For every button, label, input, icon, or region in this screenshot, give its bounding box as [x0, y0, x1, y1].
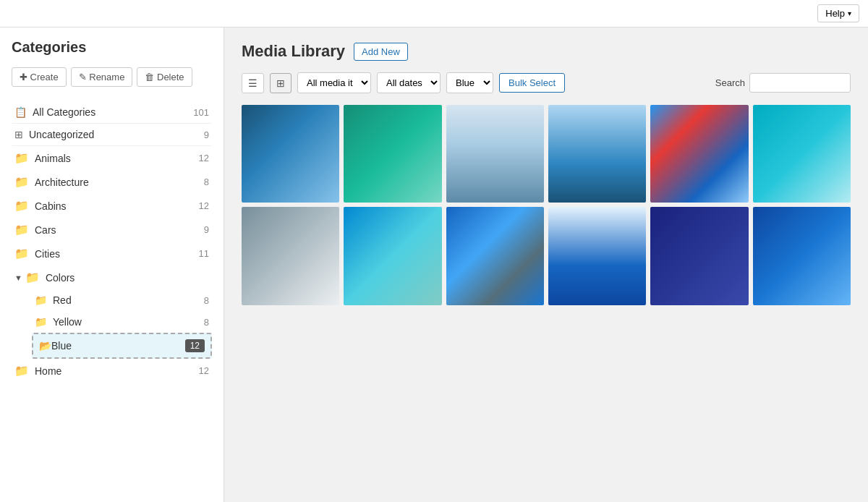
search-label: Search — [715, 77, 745, 88]
category-count: 9 — [204, 129, 209, 140]
help-button[interactable]: Help ▾ — [817, 4, 859, 22]
media-item[interactable] — [242, 207, 339, 305]
grid-icon: ⊞ — [14, 129, 23, 140]
sidebar-item-red[interactable]: 📁 Red 8 — [32, 289, 212, 311]
grid-view-button[interactable]: ⊞ — [270, 73, 292, 93]
create-button[interactable]: ✚ Create — [12, 67, 67, 87]
sidebar-item-blue[interactable]: 📂 Blue 12 — [32, 333, 212, 359]
content-area: Media Library Add New ☰ ⊞ All media it A… — [224, 27, 868, 502]
sidebar-item-cars[interactable]: 📁 Cars 9 — [12, 218, 212, 242]
category-count: 8 — [204, 317, 209, 328]
category-label: Blue — [51, 340, 185, 352]
add-new-button[interactable]: Add New — [354, 43, 408, 61]
media-item[interactable] — [650, 207, 748, 305]
folder-icon: 📁 — [14, 175, 29, 189]
category-label: All Categories — [33, 106, 193, 118]
folder-open-icon: 📂 — [39, 340, 51, 352]
folder-icon: 📁 — [35, 316, 47, 328]
list-view-button[interactable]: ☰ — [242, 73, 264, 93]
search-input[interactable] — [749, 73, 851, 93]
sidebar-item-animals[interactable]: 📁 Animals 12 — [12, 146, 212, 170]
media-item[interactable] — [242, 105, 339, 203]
category-label: Architecture — [35, 176, 204, 188]
folder-icon: 📁 — [14, 223, 29, 237]
folder-icon: 📁 — [14, 247, 29, 260]
sidebar: Categories ✚ Create ✎ Rename 🗑 Delete 📋 … — [0, 27, 224, 502]
media-item[interactable] — [446, 207, 544, 305]
media-grid — [242, 105, 851, 305]
sidebar-item-architecture[interactable]: 📁 Architecture 8 — [12, 170, 212, 194]
help-label: Help — [825, 8, 845, 19]
category-count: 12 — [199, 365, 209, 376]
category-count: 8 — [204, 295, 209, 306]
category-label: Cars — [35, 224, 204, 236]
media-item[interactable] — [344, 207, 441, 305]
media-item[interactable] — [548, 105, 646, 203]
colors-sub-items: 📁 Red 8 📁 Yellow 8 📂 Blue 12 — [12, 289, 212, 359]
media-item[interactable] — [753, 105, 851, 203]
sidebar-item-yellow[interactable]: 📁 Yellow 8 — [32, 311, 212, 333]
category-label: Uncategorized — [29, 129, 204, 140]
sidebar-item-uncategorized[interactable]: ⊞ Uncategorized 9 — [12, 124, 212, 146]
category-filter[interactable]: Blue — [446, 72, 493, 93]
folder-icon: 📁 — [14, 151, 29, 165]
sidebar-item-cabins[interactable]: 📁 Cabins 12 — [12, 194, 212, 218]
category-count: 12 — [199, 200, 209, 211]
media-item[interactable] — [650, 105, 748, 203]
sidebar-item-colors[interactable]: ▼ 📁 Colors — [12, 265, 212, 289]
sidebar-item-all-categories[interactable]: 📋 All Categories 101 — [12, 101, 212, 124]
category-count: 9 — [204, 224, 209, 235]
media-item[interactable] — [446, 105, 544, 203]
media-item[interactable] — [548, 207, 646, 305]
page-title: Media Library — [242, 42, 345, 61]
folder-icon: 📁 — [35, 294, 47, 306]
category-count: 12 — [199, 153, 209, 163]
rename-button[interactable]: ✎ Rename — [71, 67, 133, 87]
chevron-down-icon: ▾ — [848, 9, 851, 17]
folder-icon: 📁 — [14, 364, 29, 378]
media-type-filter[interactable]: All media it — [297, 72, 371, 93]
top-bar: Help ▾ — [0, 0, 868, 27]
media-toolbar: ☰ ⊞ All media it All dates Blue Bulk Sel… — [242, 72, 851, 93]
search-area: Search — [715, 73, 851, 93]
sidebar-item-cities[interactable]: 📁 Cities 11 — [12, 242, 212, 265]
category-label: Home — [35, 365, 199, 377]
date-filter[interactable]: All dates — [377, 72, 441, 93]
main-layout: Categories ✚ Create ✎ Rename 🗑 Delete 📋 … — [0, 27, 868, 502]
content-header: Media Library Add New — [242, 42, 851, 61]
category-count: 11 — [199, 248, 209, 259]
sidebar-actions: ✚ Create ✎ Rename 🗑 Delete — [12, 67, 212, 87]
category-label: Yellow — [53, 316, 204, 328]
category-label: Colors — [46, 272, 209, 284]
category-label: Animals — [35, 153, 199, 164]
category-label: Cities — [35, 248, 199, 260]
folder-icon: 📁 — [14, 199, 29, 213]
category-count: 101 — [193, 107, 209, 118]
sidebar-item-home[interactable]: 📁 Home 12 — [12, 359, 212, 383]
sidebar-title: Categories — [12, 39, 212, 56]
bulk-select-button[interactable]: Bulk Select — [499, 73, 565, 93]
media-item[interactable] — [753, 207, 851, 305]
category-label: Cabins — [35, 200, 199, 212]
folder-icon: 📁 — [25, 271, 40, 284]
delete-button[interactable]: 🗑 Delete — [137, 67, 192, 87]
category-label: Red — [53, 294, 204, 306]
category-count-badge: 12 — [185, 339, 205, 352]
folder-icon: 📋 — [14, 106, 27, 118]
category-count: 8 — [204, 176, 209, 187]
media-item[interactable] — [344, 105, 441, 203]
collapse-arrow-icon: ▼ — [14, 273, 22, 282]
